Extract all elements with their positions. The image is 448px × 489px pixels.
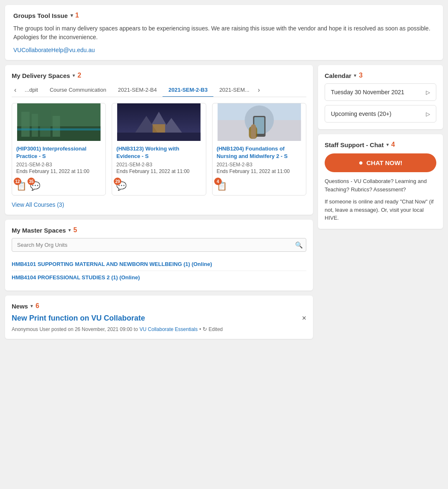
course-ends-hnb1204: Ends February 11, 2022 at 11:00 <box>217 168 302 174</box>
svg-rect-5 <box>53 116 60 137</box>
svg-rect-2 <box>21 112 30 137</box>
badge-wrap-hnb1204-1: 4 📋 <box>217 181 227 191</box>
news-meta: Anonymous User posted on 26 November, 20… <box>12 326 306 332</box>
alert-header: Groups Tool Issue ▾ 1 <box>13 12 435 19</box>
search-input-wrap: 🔍 <box>12 238 306 252</box>
course-title-hnb3123: (HNB3123) Working with Evidence - S <box>116 145 201 160</box>
course-image-hip3001 <box>12 103 105 141</box>
course-card-hip3001[interactable]: (HIP3001) Interprofessional Practice - S… <box>12 103 106 196</box>
course-card-hnb1204[interactable]: (HNB1204) Foundations of Nursing and Mid… <box>212 103 306 196</box>
course-sem-hnb1204: 2021-SEM-2-B3 <box>217 162 302 168</box>
tab-course-communication[interactable]: Course Communication <box>44 83 112 97</box>
delivery-spaces-chevron-icon: ▾ <box>73 73 75 78</box>
delivery-spaces-card: My Delivery Spaces ▾ 2 ‹ ...dpit Course … <box>5 65 313 215</box>
calendar-today-arrow-icon: ▷ <box>426 89 430 95</box>
news-badge: 6 <box>35 302 39 310</box>
chat-now-label: CHAT NOW! <box>366 159 402 166</box>
staff-support-card: Staff Support - Chat ▾ 4 ● CHAT NOW! Que… <box>318 134 443 229</box>
alert-body-text: The groups tool in many delivery spaces … <box>13 24 435 42</box>
course-image-hnb1204 <box>213 103 306 141</box>
news-meta-text: Anonymous User posted on 26 November, 20… <box>12 326 138 332</box>
chat-description-2: If someone is online and ready "Chat Now… <box>325 198 436 222</box>
calendar-title: Calendar <box>325 72 351 79</box>
staff-support-badge: 4 <box>391 141 395 148</box>
course-info-hnb1204: (HNB1204) Foundations of Nursing and Mid… <box>213 141 306 178</box>
tab-prev-btn[interactable]: ‹ <box>12 85 19 95</box>
news-edited-label: Edited <box>208 326 223 332</box>
calendar-upcoming-arrow-icon: ▷ <box>426 111 430 117</box>
calendar-item-today[interactable]: Tuesday 30 November 2021 ▷ <box>325 83 436 101</box>
calendar-chevron-icon: ▾ <box>354 73 356 78</box>
chat-bubble-icon: ● <box>358 158 363 167</box>
course-sem-hnb3123: 2021-SEM-2-B3 <box>116 162 201 168</box>
chat-description-1: Questions - VU Collaborate? Learning and… <box>325 177 436 193</box>
course-ends-hip3001: Ends February 11, 2022 at 11:00 <box>16 168 101 174</box>
calendar-badge: 3 <box>359 72 363 79</box>
svg-rect-4 <box>40 110 50 137</box>
alert-chevron-icon: ▾ <box>70 13 73 18</box>
tab-2021-sem-2-b3[interactable]: 2021-SEM-2-B3 <box>163 83 213 97</box>
news-bullet: • <box>199 326 201 332</box>
badge-count-hnb1204-1: 4 <box>214 178 222 185</box>
staff-support-header: Staff Support - Chat ▾ 4 <box>325 141 436 148</box>
news-header: News ▾ 6 <box>12 302 306 310</box>
alert-badge: 1 <box>75 12 79 19</box>
news-card: News ▾ 6 New Print function on VU Collab… <box>5 296 313 339</box>
svg-rect-19 <box>251 124 256 139</box>
courses-grid: (HIP3001) Interprofessional Practice - S… <box>12 103 306 196</box>
svg-rect-6 <box>17 128 100 130</box>
badge-wrap-hip3001-2: 35 💬 <box>30 181 40 191</box>
svg-rect-3 <box>32 114 38 137</box>
news-article-title: New Print function on VU Collaborate <box>12 314 297 323</box>
tab-2021-sem-2-b4[interactable]: 2021-SEM-2-B4 <box>112 83 163 97</box>
svg-rect-12 <box>117 133 200 141</box>
master-spaces-card: My Master Spaces ▾ 5 🔍 HMB4101 SUPPORTIN… <box>5 220 313 291</box>
alert-card: Groups Tool Issue ▾ 1 The groups tool in… <box>5 5 443 60</box>
calendar-today-label: Tuesday 30 November 2021 <box>331 89 404 95</box>
delivery-spaces-header: My Delivery Spaces ▾ 2 <box>12 72 306 79</box>
master-spaces-title: My Master Spaces <box>12 227 66 234</box>
course-image-hnb3123 <box>112 103 205 141</box>
news-title: News <box>12 303 28 310</box>
course-badges-hnb3123: 29 💬 <box>112 178 205 195</box>
tab-2021-sem-next[interactable]: 2021-SEM... <box>213 83 255 97</box>
calendar-card: Calendar ▾ 3 Tuesday 30 November 2021 ▷ … <box>318 65 443 129</box>
master-spaces-search-button[interactable]: 🔍 <box>295 241 303 249</box>
staff-support-title: Staff Support - Chat <box>325 141 384 148</box>
master-spaces-badge: 5 <box>73 226 77 234</box>
calendar-upcoming-label: Upcoming events (20+) <box>331 110 391 117</box>
tab-dpit[interactable]: ...dpit <box>19 83 44 97</box>
refresh-icon: ↻ <box>203 326 207 332</box>
course-badges-hip3001: 12 📋 35 💬 <box>12 178 105 195</box>
delivery-spaces-tab-bar: ‹ ...dpit Course Communication 2021-SEM-… <box>12 83 306 97</box>
tab-next-btn[interactable]: › <box>255 85 262 95</box>
chat-now-button[interactable]: ● CHAT NOW! <box>325 153 436 172</box>
course-info-hip3001: (HIP3001) Interprofessional Practice - S… <box>12 141 105 178</box>
news-close-button[interactable]: × <box>302 314 306 323</box>
course-ends-hnb3123: Ends February 11, 2022 at 11:00 <box>116 168 201 174</box>
master-spaces-search-input[interactable] <box>12 238 306 252</box>
course-title-hnb1204: (HNB1204) Foundations of Nursing and Mid… <box>217 145 302 160</box>
calendar-item-upcoming[interactable]: Upcoming events (20+) ▷ <box>325 105 436 123</box>
delivery-spaces-title: My Delivery Spaces <box>12 72 70 79</box>
news-edited-wrap: ↻ Edited <box>203 326 223 332</box>
staff-support-chevron-icon: ▾ <box>386 142 389 148</box>
course-card-hnb3123[interactable]: (HNB3123) Working with Evidence - S 2021… <box>112 103 206 196</box>
news-chevron-icon: ▾ <box>30 303 33 309</box>
view-all-courses-link[interactable]: View All Courses (3) <box>12 201 64 208</box>
course-sem-hip3001: 2021-SEM-2-B3 <box>16 162 101 168</box>
master-link-hmb4104[interactable]: HMB4104 PROFESSIONAL STUDIES 2 (1) (Onli… <box>12 271 306 284</box>
alert-title-text: Groups Tool Issue <box>13 12 68 19</box>
master-spaces-chevron-icon: ▾ <box>68 227 71 233</box>
course-badges-hnb1204: 4 📋 <box>213 178 306 195</box>
news-article-header: New Print function on VU Collaborate × <box>12 314 306 326</box>
course-title-hip3001: (HIP3001) Interprofessional Practice - S <box>16 145 101 160</box>
calendar-header: Calendar ▾ 3 <box>325 72 436 79</box>
news-meta-link[interactable]: VU Collaborate Essentials <box>140 326 198 332</box>
master-spaces-header: My Master Spaces ▾ 5 <box>12 226 306 234</box>
badge-wrap-hnb3123-1: 29 💬 <box>116 181 127 191</box>
badge-wrap-hip3001-1: 12 📋 <box>16 181 27 191</box>
course-info-hnb3123: (HNB3123) Working with Evidence - S 2021… <box>112 141 205 178</box>
master-link-hmb4101[interactable]: HMB4101 SUPPORTING MATERNAL AND NEWBORN … <box>12 258 306 271</box>
alert-email-link[interactable]: VUCollaborateHelp@vu.edu.au <box>13 47 95 53</box>
